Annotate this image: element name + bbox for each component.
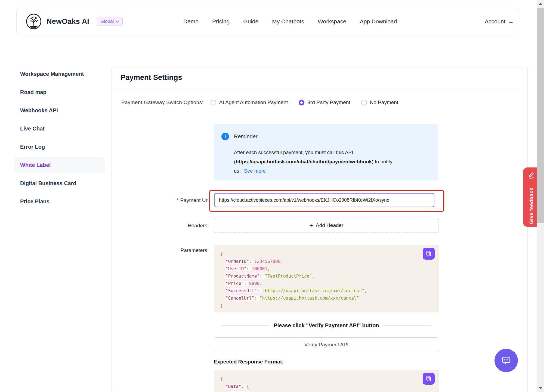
sidebar-item-road-map[interactable]: Road map [14, 84, 105, 100]
divider-line [384, 325, 431, 326]
radio-circle-checked-icon [299, 100, 304, 105]
code-line: "Price": 9900, [220, 280, 439, 287]
arrow-right-icon: → [508, 18, 514, 25]
scrollbar[interactable] [537, 0, 544, 392]
verify-payment-api-button[interactable]: Verify Payment API [214, 337, 439, 352]
radio-label: 3rd Party Payment [307, 99, 350, 105]
chevron-down-icon [116, 20, 119, 23]
nav-item-workspace[interactable]: Workspace [318, 18, 346, 25]
code-line: { [220, 250, 439, 258]
code-line: "ProductName": "TestProductPrice", [220, 272, 439, 280]
code-line: "URL": "https://checkout.stripe.com/xxxx… [220, 390, 439, 392]
copy-button[interactable] [423, 248, 435, 260]
code-line: "CancelUrl": "https://usapi.hottask.com/… [220, 294, 439, 302]
reminder-title: Reminder [234, 133, 258, 140]
gateway-switch-label: Payment Gateway Switch Options: [121, 99, 203, 105]
scroll-up-arrow-icon[interactable] [538, 3, 543, 5]
code-line: } [220, 302, 439, 309]
see-more-link[interactable]: See more [244, 168, 266, 174]
code-line: "OrderID": 1234567890, [220, 258, 439, 265]
top-nav: Demo Pricing Guide My Chatbots Workspace… [183, 8, 397, 35]
reminder-line-1: After each successful payment, you must … [234, 148, 392, 157]
reminder-line-3: us.See more [234, 166, 392, 176]
sidebar: Workspace Management Road map Webhooks A… [14, 66, 105, 212]
parameters-code-block: { "OrderID": 1234567890, "UserID": 10000… [214, 245, 439, 312]
payment-settings-panel: Payment Settings Payment Gateway Switch … [112, 67, 528, 392]
radio-3rd-party-payment[interactable]: 3rd Party Payment [299, 99, 350, 105]
radio-ai-agent-automation-payment[interactable]: AI Agent Automation Payment [211, 99, 288, 105]
radio-label: No Payment [370, 99, 398, 105]
newoaks-logo-icon [26, 14, 42, 29]
headers-label: Headers: [112, 223, 209, 229]
code-line: "Data": { [220, 383, 439, 390]
scrollbar-thumb[interactable] [537, 8, 544, 223]
required-asterisk: * [177, 197, 178, 203]
copy-icon [425, 250, 432, 257]
radio-circle-icon [211, 100, 216, 105]
pencil-icon [527, 171, 535, 179]
radio-no-payment[interactable]: No Payment [361, 99, 398, 105]
add-header-label: Add Header [316, 222, 343, 228]
sidebar-item-live-chat[interactable]: Live Chat [14, 121, 105, 137]
add-header-button[interactable]: + Add Header [214, 218, 439, 233]
divider-line [221, 325, 269, 326]
reminder-line-2: (https://usapi.hottask.com/chat/chatbot/… [234, 157, 392, 166]
global-badge-label: Global [100, 19, 114, 24]
sidebar-item-price-plans[interactable]: Price Plans [14, 194, 105, 210]
radio-label: AI Agent Automation Payment [219, 99, 288, 105]
code-line: { [220, 375, 439, 383]
title-divider [112, 89, 527, 89]
code-line: "UserID": 100001, [220, 265, 439, 272]
payment-url-input[interactable] [214, 193, 434, 207]
radio-circle-icon [361, 100, 367, 105]
response-code-block: { "Data": { "URL": "https://checkout.str… [214, 370, 439, 392]
reminder-callout: i Reminder After each successful payment… [214, 124, 438, 181]
nav-item-pricing[interactable]: Pricing [212, 18, 230, 25]
nav-item-demo[interactable]: Demo [183, 18, 199, 25]
reminder-body: After each successful payment, you must … [234, 148, 392, 176]
nav-item-my-chatbots[interactable]: My Chatbots [272, 18, 304, 25]
global-badge[interactable]: Global [97, 17, 123, 26]
nav-item-guide[interactable]: Guide [243, 18, 258, 25]
chat-bubble-icon [500, 354, 512, 367]
info-icon: i [221, 133, 229, 140]
plus-icon: + [310, 222, 313, 229]
expected-response-label: Expected Response Format: [214, 359, 284, 365]
sidebar-item-error-log[interactable]: Error Log [14, 139, 105, 155]
chat-widget-button[interactable] [494, 349, 518, 372]
sidebar-item-white-label[interactable]: White Label [14, 157, 105, 173]
sidebar-item-webhooks-api[interactable]: Webhooks API [14, 102, 105, 119]
verify-instruction-text: Please click "Verify Payment API" button [274, 322, 379, 329]
parameters-label: Parameters: [112, 247, 209, 253]
payment-url-label: *Payment Url [112, 197, 209, 203]
verify-instruction: Please click "Verify Payment API" button [214, 322, 439, 329]
brand-name: NewOaks AI [47, 17, 89, 26]
copy-icon [425, 375, 432, 382]
nav-item-app-download[interactable]: App Download [360, 18, 397, 25]
reminder-api-url: https://usapi.hottask.com/chat/chatbot/p… [236, 159, 372, 164]
scroll-down-arrow-icon[interactable] [538, 387, 543, 389]
page-title: Payment Settings [120, 73, 182, 82]
account-label: Account [485, 18, 505, 25]
sidebar-item-workspace-management[interactable]: Workspace Management [14, 66, 105, 82]
copy-button[interactable] [423, 373, 435, 385]
give-feedback-label: Give feedback [528, 184, 534, 224]
sidebar-item-digital-business-card[interactable]: Digital Business Card [14, 175, 105, 191]
gateway-switch-row: Payment Gateway Switch Options: AI Agent… [121, 99, 409, 105]
header: NewOaks AI Global Demo Pricing Guide My … [16, 8, 519, 35]
account-link[interactable]: Account → [485, 8, 514, 35]
page: NewOaks AI Global Demo Pricing Guide My … [0, 0, 544, 392]
code-line: "SuccessUrl": "https://usapi.hottask.com… [220, 287, 439, 294]
